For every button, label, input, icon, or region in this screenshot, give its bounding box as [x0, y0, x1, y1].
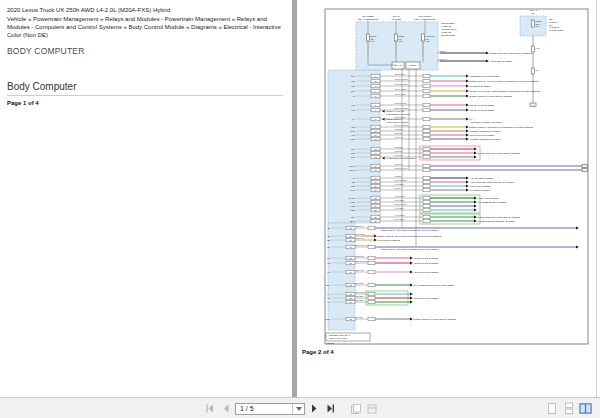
wire-code: B5 GRY [356, 316, 364, 318]
breadcrumb: Vehicle » Powertrain Management » Relays… [7, 15, 287, 39]
fuse-symbol [532, 20, 535, 27]
mid-connector-box [423, 84, 430, 88]
mid-connector-box [423, 147, 430, 151]
fuse-box-caption: HEV ROOM 2 [418, 15, 432, 17]
fuse-box-caption: HEV MODEL [362, 15, 375, 17]
continuous-view-icon [563, 402, 575, 415]
pin-label: CTY [351, 75, 356, 77]
destination-label: HEADLIGHTS SYSTEM [470, 134, 495, 136]
destination-label: INTERIOR LIGHTS SYSTEM [470, 75, 500, 77]
destination-label: POWER WINDOWS SYSTEM [470, 138, 501, 140]
destination-label: 4WD/AWD SYSTEM [470, 185, 491, 187]
mid-connector-box [368, 292, 375, 296]
ecu-caption: (LEFT KICK PANEL) [329, 337, 348, 339]
wire-code: A6 LT GRN [394, 199, 405, 201]
mid-connector-box [423, 176, 430, 180]
mid-connector-box [423, 184, 430, 188]
wire-code: A24 LT GRN [394, 93, 406, 95]
destination-label: POWER SEATS/MEMORY SYSTEM [478, 220, 516, 222]
destination-label: HEADLIGHTS SYSTEM [414, 262, 439, 264]
fuse-symbol [532, 46, 535, 52]
junction-label: PANEL ON [441, 31, 452, 33]
destination-label: HEADLIGHTS SYSTEM [414, 297, 439, 299]
page-note-right: Page 2 of 4 [302, 349, 334, 355]
mid-connector-box [423, 200, 430, 204]
wiring-diagram: HEV MODELRELAY/CONNECTORNO. 02ALL TIMESH… [324, 8, 590, 346]
thumbnails-button[interactable] [349, 402, 362, 415]
page-number-input[interactable]: 1 / 5 [235, 403, 305, 415]
vehicle-title: 2020 Lexus Truck UX 250h AWD L4-2.0L (M2… [7, 6, 287, 14]
mid-connector-box [423, 180, 430, 184]
wire-code: B20 YEL [356, 237, 365, 239]
mid-connector-box [368, 300, 375, 304]
input-label: FUEL DOORS SYSTEMS [386, 113, 411, 115]
next-page-icon [309, 403, 320, 414]
mid-connector-box [368, 283, 375, 287]
last-page-button[interactable] [324, 402, 337, 415]
junction-label: INSTRUMENT [441, 22, 455, 24]
mid-connector-box [423, 89, 430, 93]
mid-connector-box [368, 296, 375, 300]
destination-label: HEADLIGHTS SYSTEM [470, 109, 495, 111]
destination-label: DOOR LOCKS & ANTITHEFT SYSTEMS [478, 152, 521, 154]
wire-code: A23 PNK-BLK [394, 102, 407, 104]
wire-code: B7 RED [356, 295, 364, 297]
two-page-view-button[interactable] [579, 402, 592, 415]
mid-connector-box [368, 317, 375, 321]
wire-code: B11 PNK-BLK [356, 260, 369, 262]
mid-connector-box [423, 215, 430, 219]
connector-box [582, 168, 588, 172]
wire-code: A13 PPL [394, 163, 403, 165]
connector-box [530, 103, 536, 107]
mid-connector-box [423, 133, 430, 137]
wire-code: A19 BRN [394, 128, 403, 130]
mid-connector-box [368, 226, 375, 230]
mid-connector-box [423, 168, 430, 172]
page-dropdown-caret[interactable] [292, 404, 304, 414]
mid-connector-box [423, 108, 430, 112]
wire-code: B10 PNK [356, 269, 365, 271]
ecu-caption: SUB BODY ECU NO. 1 [329, 334, 351, 336]
previous-page-icon [220, 403, 231, 414]
section-heading: Body Computer [7, 81, 283, 96]
mid-connector-box [423, 219, 430, 223]
input-label: ANTITHEFT SYSTEMS [386, 121, 409, 123]
destination-label: LIGHTING SYSTEMS [378, 239, 401, 241]
previous-page-button[interactable] [219, 402, 232, 415]
junction-label: RADIO & [549, 21, 558, 23]
destination-label: POWER WINDOWS SYSTEM [470, 130, 501, 132]
wire-code: A30 BLU [438, 50, 447, 52]
fuse-label: 7.5A [535, 25, 540, 27]
fuse-box-caption: ALL TIMES [391, 18, 402, 20]
mid-connector-box [423, 204, 430, 208]
fuse-symbol [422, 34, 425, 41]
fuse-symbol [367, 34, 370, 41]
junction-label: (LOWER FINISH [441, 28, 457, 30]
mid-connector-box [423, 117, 430, 121]
mid-connector-box [423, 129, 430, 133]
wire-code: A27 WHT-GRN [394, 78, 408, 80]
pin-label: MPX2 [349, 169, 356, 171]
attachments-button[interactable] [365, 402, 378, 415]
last-page-icon [325, 403, 336, 414]
wire-code: A21 THERMA [394, 116, 407, 118]
first-page-button[interactable] [203, 402, 216, 415]
fuse-box-caption: ON [531, 12, 535, 14]
single-page-view-button[interactable] [545, 402, 558, 415]
wire-code: A12 PPL-WHT [394, 167, 408, 169]
junction-label: PANEL J/B [441, 25, 452, 27]
viewer-toolbar: 1 / 5 [0, 397, 600, 418]
page-number-value: 1 / 5 [236, 405, 292, 412]
pin-label: CANL [349, 201, 355, 203]
wire-code: A5 PPL-WHT [394, 203, 407, 205]
continuous-view-button[interactable] [562, 402, 575, 415]
destination-label: HEADLIGHTS SYSTEM [414, 257, 439, 259]
mid-connector-box [368, 270, 375, 274]
thumbnails-icon [350, 403, 362, 415]
wire-code: A22 WHT-GRN [394, 107, 408, 109]
next-page-button[interactable] [308, 402, 321, 415]
wire-code: A25 WHT-BLK [394, 88, 408, 90]
page-edge [596, 0, 597, 397]
junction-label: SYSTEMS [549, 26, 560, 28]
junction-label: CB A [549, 18, 554, 20]
